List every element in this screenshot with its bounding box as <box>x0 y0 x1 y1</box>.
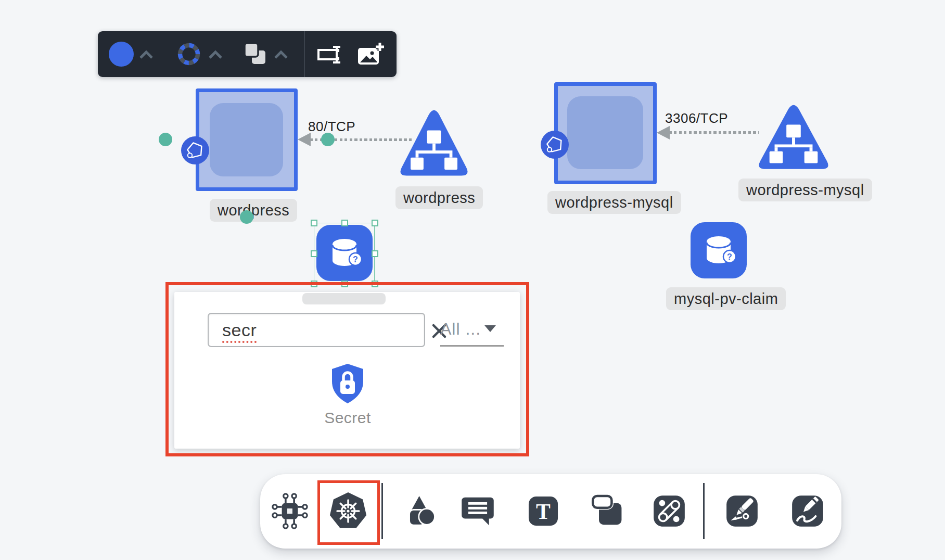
service-wordpress[interactable] <box>399 108 469 183</box>
pod-badge-icon[interactable] <box>181 136 209 164</box>
service-label[interactable]: wordpress-mysql <box>738 179 872 201</box>
selected-tool-highlight <box>317 480 380 545</box>
pvc-label[interactable]: mysql-pv-claim <box>666 287 786 310</box>
resize-handle[interactable] <box>372 250 378 257</box>
toolbar-divider <box>703 483 705 539</box>
canvas[interactable]: wordpress 80/TCP wordpress wordpress-mys… <box>0 0 945 560</box>
comment-tool-icon[interactable] <box>458 491 497 531</box>
connection-label: 80/TCP <box>308 119 355 135</box>
chevron-up-icon[interactable] <box>139 50 154 59</box>
freehand-tool-icon[interactable] <box>788 491 827 531</box>
resize-handle[interactable] <box>341 220 348 226</box>
arrange-icon[interactable] <box>244 42 266 65</box>
pod-badge-icon[interactable] <box>541 131 569 159</box>
connection-dot[interactable] <box>321 133 335 146</box>
pvc-mysql-pv-claim[interactable]: ? <box>691 222 747 278</box>
annotation-rectangle <box>165 282 529 456</box>
rename-icon[interactable] <box>314 42 345 67</box>
chevron-up-icon[interactable] <box>208 50 223 59</box>
resize-handle[interactable] <box>311 250 317 257</box>
deployment-label[interactable]: wordpress <box>210 199 297 222</box>
arrowhead-icon <box>657 126 670 139</box>
deployment-wordpress-mysql[interactable] <box>554 82 657 184</box>
text-tool-icon[interactable]: T <box>523 491 563 531</box>
shapes-tool-icon[interactable] <box>398 491 437 531</box>
resize-handle[interactable] <box>311 220 317 226</box>
tool-palette: T <box>260 474 841 549</box>
text-tool-glyph: T <box>536 500 551 524</box>
image-plus-icon[interactable] <box>356 42 386 69</box>
fill-color-swatch[interactable] <box>109 42 134 67</box>
smart-pen-tool-icon[interactable] <box>722 491 762 531</box>
question-mark-icon: ? <box>727 252 732 261</box>
arrowhead-icon <box>298 133 311 146</box>
selection-box <box>314 223 375 284</box>
toolbar-divider <box>381 483 383 539</box>
connection-label: 3306/TCP <box>665 110 728 126</box>
service-label[interactable]: wordpress <box>395 186 483 209</box>
connection-line[interactable] <box>669 131 759 134</box>
format-toolbar <box>98 31 397 77</box>
chevron-up-icon[interactable] <box>274 50 288 59</box>
connection-dot[interactable] <box>159 133 172 146</box>
deployment-inner <box>567 96 643 169</box>
toolbar-divider <box>304 31 305 77</box>
stroke-style-ring[interactable] <box>177 42 201 66</box>
frame-tool-icon[interactable] <box>589 491 629 531</box>
resize-handle[interactable] <box>372 220 378 226</box>
deployment-inner <box>210 103 283 176</box>
connector-tool-icon[interactable] <box>649 491 689 531</box>
infrastructure-tool-icon[interactable] <box>270 491 310 531</box>
connection-dot[interactable] <box>240 210 253 224</box>
deployment-wordpress[interactable] <box>196 88 298 191</box>
deployment-label[interactable]: wordpress-mysql <box>547 191 681 214</box>
service-wordpress-mysql[interactable] <box>758 103 829 176</box>
